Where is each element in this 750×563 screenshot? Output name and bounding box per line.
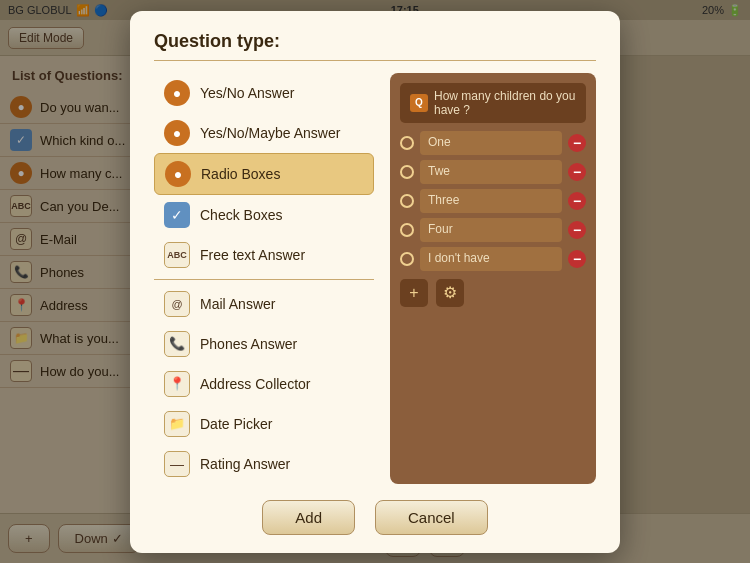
type-item-rating[interactable]: — Rating Answer <box>154 444 374 484</box>
preview-remove-4[interactable]: − <box>568 221 586 239</box>
type-label-free-text: Free text Answer <box>200 247 305 263</box>
preview-radio-3[interactable] <box>400 194 414 208</box>
type-label-check-boxes: Check Boxes <box>200 207 282 223</box>
type-label-yes-no-maybe: Yes/No/Maybe Answer <box>200 125 340 141</box>
preview-option-5: I don't have − <box>400 247 586 271</box>
preview-settings-button[interactable]: ⚙ <box>436 279 464 307</box>
type-item-free-text[interactable]: ABC Free text Answer <box>154 235 374 275</box>
preview-option-text-5[interactable]: I don't have <box>420 247 562 271</box>
preview-option-text-1[interactable]: One <box>420 131 562 155</box>
preview-radio-5[interactable] <box>400 252 414 266</box>
preview-radio-1[interactable] <box>400 136 414 150</box>
preview-option-text-2[interactable]: Twe <box>420 160 562 184</box>
preview-option-text-4[interactable]: Four <box>420 218 562 242</box>
preview-remove-5[interactable]: − <box>568 250 586 268</box>
type-label-rating: Rating Answer <box>200 456 290 472</box>
type-item-address[interactable]: 📍 Address Collector <box>154 364 374 404</box>
type-item-mail[interactable]: @ Mail Answer <box>154 284 374 324</box>
type-list-divider <box>154 279 374 280</box>
question-type-modal: Question type: ● Yes/No Answer ● Yes/No/… <box>130 11 620 553</box>
type-item-yes-no[interactable]: ● Yes/No Answer <box>154 73 374 113</box>
type-label-yes-no: Yes/No Answer <box>200 85 294 101</box>
preview-radio-4[interactable] <box>400 223 414 237</box>
type-date-icon: 📁 <box>164 411 190 437</box>
type-abc-icon-free-text: ABC <box>164 242 190 268</box>
type-label-phones: Phones Answer <box>200 336 297 352</box>
type-address-icon: 📍 <box>164 371 190 397</box>
type-radio-icon-yes-no-maybe: ● <box>164 120 190 146</box>
preview-footer: + ⚙ <box>400 279 586 307</box>
preview-option-1: One − <box>400 131 586 155</box>
modal-body: ● Yes/No Answer ● Yes/No/Maybe Answer ● … <box>154 73 596 484</box>
preview-panel: Q How many children do you have ? One − … <box>390 73 596 484</box>
preview-option-3: Three − <box>400 189 586 213</box>
preview-option-4: Four − <box>400 218 586 242</box>
type-item-phones[interactable]: 📞 Phones Answer <box>154 324 374 364</box>
type-label-date: Date Picker <box>200 416 272 432</box>
preview-radio-2[interactable] <box>400 165 414 179</box>
preview-remove-1[interactable]: − <box>568 134 586 152</box>
preview-option-2: Twe − <box>400 160 586 184</box>
preview-q-icon: Q <box>410 94 428 112</box>
preview-question-bar: Q How many children do you have ? <box>400 83 586 123</box>
type-item-radio-boxes[interactable]: ● Radio Boxes <box>154 153 374 195</box>
preview-remove-2[interactable]: − <box>568 163 586 181</box>
type-radio-icon-radio-boxes: ● <box>165 161 191 187</box>
type-item-yes-no-maybe[interactable]: ● Yes/No/Maybe Answer <box>154 113 374 153</box>
type-label-mail: Mail Answer <box>200 296 275 312</box>
preview-add-option-button[interactable]: + <box>400 279 428 307</box>
preview-question-text: How many children do you have ? <box>434 89 576 117</box>
modal-add-button[interactable]: Add <box>262 500 355 535</box>
modal-overlay: Question type: ● Yes/No Answer ● Yes/No/… <box>0 0 750 563</box>
type-item-date[interactable]: 📁 Date Picker <box>154 404 374 444</box>
modal-cancel-button[interactable]: Cancel <box>375 500 488 535</box>
preview-option-text-3[interactable]: Three <box>420 189 562 213</box>
type-radio-icon-yes-no: ● <box>164 80 190 106</box>
type-list: ● Yes/No Answer ● Yes/No/Maybe Answer ● … <box>154 73 374 484</box>
type-mail-icon: @ <box>164 291 190 317</box>
preview-remove-3[interactable]: − <box>568 192 586 210</box>
type-check-icon-check-boxes: ✓ <box>164 202 190 228</box>
type-rating-icon: — <box>164 451 190 477</box>
modal-footer: Add Cancel <box>154 500 596 535</box>
type-label-radio-boxes: Radio Boxes <box>201 166 280 182</box>
type-label-address: Address Collector <box>200 376 311 392</box>
type-phone-icon: 📞 <box>164 331 190 357</box>
type-item-check-boxes[interactable]: ✓ Check Boxes <box>154 195 374 235</box>
modal-title: Question type: <box>154 31 596 61</box>
